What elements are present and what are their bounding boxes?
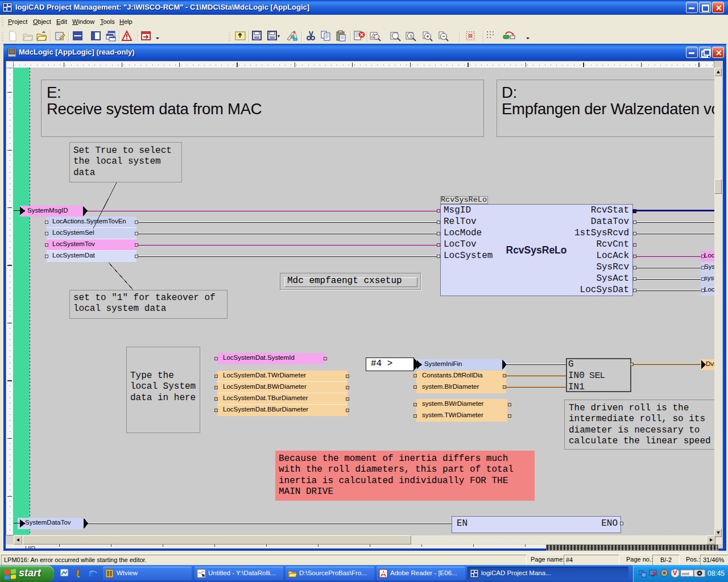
svg-text:S: S [410, 34, 412, 39]
svg-text:V: V [673, 569, 677, 576]
svg-text:e: e [89, 568, 93, 579]
svg-text:xml: xml [682, 571, 689, 576]
